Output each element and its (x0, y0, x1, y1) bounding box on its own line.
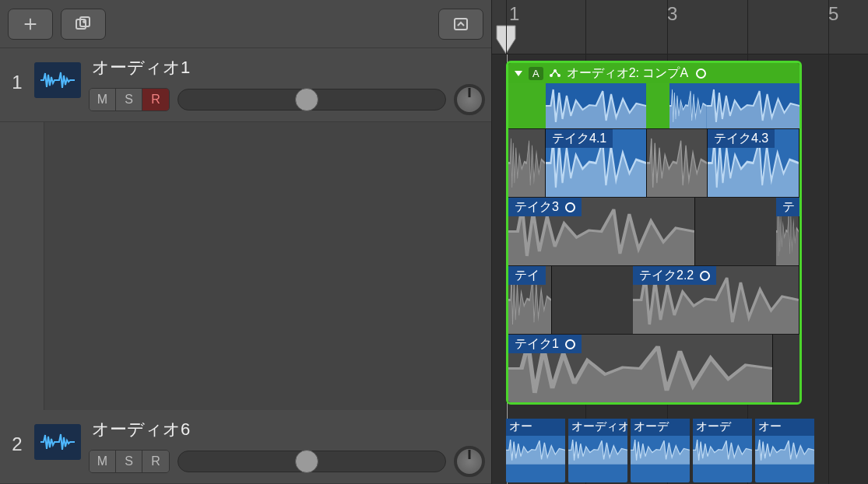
comp-segment[interactable] (669, 83, 707, 128)
volume-thumb[interactable] (295, 450, 318, 473)
disclosure-triangle-icon[interactable] (513, 68, 524, 79)
take-segment[interactable]: テイク2.2 (633, 266, 799, 334)
take-segment[interactable]: テ (776, 198, 799, 265)
take-segment-label: テイク4.3 (708, 129, 775, 148)
comp-take-folder[interactable]: A オーディオ2: コンプA テイク4.1テイク4.3テイク3テテイテイク2.2… (506, 61, 802, 405)
solo-button[interactable]: S (116, 451, 142, 472)
ruler-mark: 3 (667, 3, 677, 25)
collapse-button[interactable] (438, 9, 483, 40)
region-label: オーディオ (568, 419, 627, 436)
take-segment[interactable]: テイ (508, 266, 552, 334)
take-label: テイク3 (508, 198, 582, 216)
mute-button[interactable]: M (90, 89, 116, 110)
audio-track-icon (34, 424, 81, 460)
record-button[interactable]: R (142, 451, 169, 472)
audio-region[interactable]: オーディオ (568, 419, 627, 482)
take-segment-label: テイク4.1 (546, 129, 613, 148)
track-number: 2 (0, 416, 34, 455)
comp-segment[interactable] (707, 83, 799, 128)
take-row[interactable]: テイク1 (508, 334, 799, 402)
comp-header[interactable]: A オーディオ2: コンプA (508, 63, 799, 83)
comp-title: オーディオ2: コンプA (567, 65, 688, 82)
pan-knob[interactable] (454, 446, 485, 477)
svg-rect-2 (455, 19, 467, 30)
add-track-button[interactable] (8, 9, 53, 40)
comp-segment[interactable] (508, 83, 546, 128)
track-msr-buttons: M S R (89, 88, 170, 111)
arrange-area[interactable]: 135 A オーディオ2: コンプA テイ (492, 0, 868, 484)
region-label: オーデ (693, 419, 752, 436)
track-name[interactable]: オーディオ1 (89, 54, 485, 81)
take-segment[interactable] (508, 129, 546, 197)
take-row[interactable]: テイテイク2.2 (508, 265, 799, 334)
track-list-sidebar: 1 オーディオ1 M S R (0, 0, 492, 484)
collapse-up-icon (452, 15, 470, 33)
volume-thumb[interactable] (295, 88, 318, 111)
audio-region[interactable]: オー (755, 419, 814, 482)
duplicate-icon (74, 15, 93, 33)
track2-regions: オーオーディオオーデオーデオー (506, 419, 817, 482)
take-segment-label: テイ (508, 266, 546, 285)
pan-knob[interactable] (454, 84, 485, 115)
track-number: 1 (0, 54, 34, 93)
comp-select-button[interactable]: A (529, 67, 543, 80)
take-segment[interactable] (647, 129, 708, 197)
comp-waveform-row[interactable] (508, 83, 799, 128)
take-row[interactable]: テイク4.1テイク4.3 (508, 128, 799, 197)
solo-button[interactable]: S (116, 89, 142, 110)
record-button[interactable]: R (142, 89, 169, 110)
comp-segment[interactable] (646, 83, 669, 128)
region-label: オー (755, 419, 814, 436)
take-segment[interactable]: テイク4.1 (546, 129, 647, 197)
ruler-mark: 1 (509, 3, 519, 25)
flex-icon[interactable] (548, 68, 562, 79)
take-segment[interactable]: テイク4.3 (708, 129, 799, 197)
region-label: オーデ (631, 419, 690, 436)
take-row[interactable]: テイク3テ (508, 197, 799, 265)
region-label: オー (506, 419, 565, 436)
audio-region[interactable]: オーデ (693, 419, 752, 482)
comp-segment[interactable] (546, 83, 646, 128)
timeline-ruler[interactable]: 135 (492, 0, 868, 54)
track-header-1[interactable]: 1 オーディオ1 M S R (0, 48, 491, 122)
mute-button[interactable]: M (90, 451, 116, 472)
audio-region[interactable]: オーデ (631, 419, 690, 482)
take-folder-spacer (44, 122, 491, 410)
track-header-2[interactable]: 2 オーディオ6 M S R (0, 410, 491, 484)
take-label: テイク1 (508, 335, 582, 353)
audio-track-icon (34, 62, 81, 98)
track-msr-buttons: M S R (89, 450, 170, 473)
ruler-mark: 5 (828, 3, 838, 25)
volume-slider[interactable] (177, 451, 446, 472)
loop-indicator-icon (696, 68, 706, 79)
duplicate-track-button[interactable] (61, 9, 106, 40)
plus-icon (22, 16, 39, 33)
audio-region[interactable]: オー (506, 419, 565, 482)
track-toolbar (0, 0, 491, 48)
track-name[interactable]: オーディオ6 (89, 416, 485, 443)
volume-slider[interactable] (177, 89, 446, 110)
take-segment-label: テ (776, 198, 801, 216)
take-segment-label: テイク2.2 (633, 266, 716, 285)
